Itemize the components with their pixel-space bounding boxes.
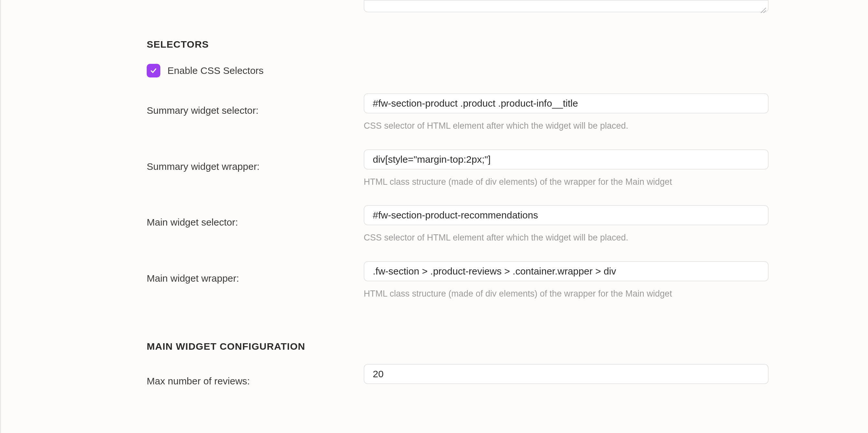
main-widget-wrapper-row: Main widget wrapper: HTML class structur…: [147, 261, 862, 312]
summary-widget-wrapper-row: Summary widget wrapper: HTML class struc…: [147, 149, 862, 200]
summary-widget-wrapper-help: HTML class structure (made of div elemen…: [364, 175, 769, 189]
main-widget-wrapper-input[interactable]: [364, 261, 769, 281]
main-widget-selector-row: Main widget selector: CSS selector of HT…: [147, 205, 862, 255]
svg-line-1: [764, 10, 766, 13]
enable-css-selectors-row: Enable CSS Selectors: [147, 63, 862, 78]
max-reviews-input[interactable]: [364, 364, 769, 384]
main-widget-selector-label: Main widget selector:: [147, 217, 238, 228]
resize-handle-icon[interactable]: [760, 3, 766, 10]
summary-widget-wrapper-label: Summary widget wrapper:: [147, 161, 259, 172]
selectors-heading: SELECTORS: [147, 37, 862, 52]
summary-widget-selector-label: Summary widget selector:: [147, 105, 258, 116]
previous-textarea-fragment[interactable]: [364, 0, 769, 12]
summary-widget-selector-row: Summary widget selector: CSS selector of…: [147, 93, 862, 144]
summary-widget-selector-input[interactable]: [364, 93, 769, 113]
main-widget-wrapper-help: HTML class structure (made of div elemen…: [364, 287, 769, 300]
main-widget-config-heading: MAIN WIDGET CONFIGURATION: [147, 339, 862, 354]
enable-css-selectors-checkbox[interactable]: [147, 64, 160, 78]
max-reviews-label: Max number of reviews:: [147, 376, 250, 386]
content-wrapper: SELECTORS Enable CSS Selectors Summary w…: [1, 0, 868, 388]
enable-css-selectors-label: Enable CSS Selectors: [167, 63, 264, 78]
main-widget-selector-input[interactable]: [364, 205, 769, 225]
main-widget-wrapper-label: Main widget wrapper:: [147, 273, 239, 284]
summary-widget-wrapper-input[interactable]: [364, 149, 769, 170]
check-icon: [150, 67, 157, 75]
svg-line-0: [761, 8, 766, 13]
settings-form-panel: SELECTORS Enable CSS Selectors Summary w…: [0, 0, 868, 433]
main-widget-selector-help: CSS selector of HTML element after which…: [364, 231, 769, 244]
summary-widget-selector-help: CSS selector of HTML element after which…: [364, 119, 769, 133]
max-reviews-row: Max number of reviews:: [147, 364, 862, 388]
